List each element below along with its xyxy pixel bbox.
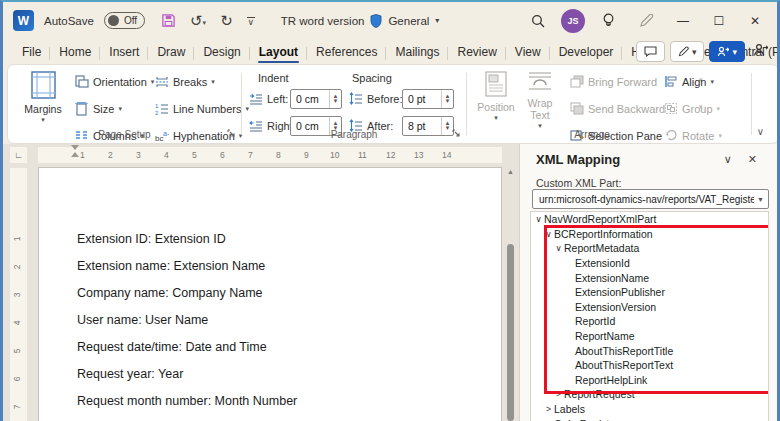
save-icon[interactable] — [161, 13, 176, 28]
ruler-tick: 5 — [192, 150, 197, 160]
ribbon: Margins ▾ Orientation▾ Size▾ Columns▾ Br… — [7, 64, 779, 144]
paragraph-dialog-launcher[interactable] — [452, 129, 460, 139]
ink-pen-icon[interactable] — [631, 8, 661, 34]
tree-item-extensionname[interactable]: ExtensionName — [531, 270, 768, 285]
sensitivity-shield-icon — [370, 14, 382, 28]
breaks-button[interactable]: Breaks▾ — [154, 74, 215, 89]
indent-marker[interactable] — [71, 145, 80, 159]
margins-icon — [20, 71, 66, 101]
spinner-arrows[interactable]: ▲▼ — [441, 90, 453, 108]
tree-item-reportid[interactable]: ReportId — [531, 314, 768, 329]
tree-item-extensionversion[interactable]: ExtensionVersion — [531, 300, 768, 315]
tab-draw[interactable]: Draw — [148, 42, 194, 62]
tab-stop-selector[interactable]: ∟ — [10, 147, 27, 163]
pane-close-icon[interactable]: ✕ — [740, 153, 765, 166]
orientation-button[interactable]: Orientation▾ — [74, 74, 154, 89]
tab-references[interactable]: References — [307, 42, 386, 62]
doc-line[interactable]: User name: User Name — [77, 313, 208, 327]
tree-item-reportmetadata[interactable]: ∨ReportMetadata — [531, 241, 768, 256]
doc-line[interactable]: Company name: Company Name — [77, 286, 263, 300]
comments-button[interactable] — [636, 41, 665, 62]
tab-review[interactable]: Review — [448, 42, 505, 62]
pane-collapse-icon[interactable]: ∨ — [716, 153, 740, 166]
undo-button[interactable]: ↺▾ — [190, 13, 206, 28]
collapse-ribbon-icon[interactable]: ∨ — [757, 126, 764, 137]
tree-item-reportrequest[interactable]: >ReportRequest — [531, 387, 768, 402]
ruler-tick: 2 — [108, 150, 113, 160]
word-window: W AutoSave Off ↺▾ ↻ ∨ TR word version Ge… — [0, 0, 780, 421]
tree-item-aboutthisreporttitle[interactable]: AboutThisReportTitle — [531, 343, 768, 358]
ruler-tick: 7 — [248, 150, 253, 160]
tree-item-g-l-register[interactable]: >G_L_Register — [531, 416, 768, 421]
horizontal-ruler[interactable]: 1 2 3 4 5 6 7 8 9 10 11 12 13 14 — [38, 147, 502, 163]
autosave-toggle[interactable]: Off — [104, 12, 145, 29]
close-button[interactable]: ✕ — [741, 14, 769, 28]
doc-line[interactable]: Request date/time: Date and Time — [77, 340, 267, 354]
spacing-before-icon — [348, 91, 363, 106]
quick-access-overflow-button[interactable]: ∨ — [247, 17, 255, 24]
ruler-tick: 10 — [330, 150, 339, 160]
line-numbers-icon: 12 — [154, 101, 169, 116]
minimize-button[interactable]: — — [669, 14, 697, 28]
document-page[interactable]: Extension ID: Extension ID Extension nam… — [38, 167, 502, 421]
tree-item-reporthelplink[interactable]: ReportHelpLink — [531, 373, 768, 388]
tab-layout[interactable]: Layout — [250, 42, 307, 62]
align-button[interactable]: Align▾ — [663, 74, 714, 89]
toggle-knob-icon — [108, 15, 119, 26]
tab-design[interactable]: Design — [194, 42, 249, 62]
maximize-button[interactable]: ☐ — [705, 14, 733, 28]
editing-mode-button[interactable]: ▾ — [670, 41, 705, 62]
tab-mailings[interactable]: Mailings — [386, 42, 448, 62]
spacing-before-input[interactable]: 0 pt ▲▼ — [402, 89, 454, 109]
tree-item-navwordreportxmlpart[interactable]: ∨NavWordReportXmlPart — [531, 212, 768, 227]
send-backward-button: Send Backward — [569, 101, 665, 116]
sensitivity-chevron-icon: ▾ — [435, 16, 439, 25]
tree-item-aboutthisreporttext[interactable]: AboutThisReportText — [531, 358, 768, 373]
indent-left-input[interactable]: 0 cm ▲▼ — [290, 89, 342, 109]
doc-line[interactable]: Request month number: Month Number — [77, 394, 297, 408]
group-label-page-setup: Page Setup — [8, 129, 241, 140]
orientation-icon — [74, 74, 89, 89]
tab-insert[interactable]: Insert — [100, 42, 148, 62]
ruler-tick: 9 — [304, 150, 309, 160]
tab-view[interactable]: View — [506, 42, 550, 62]
document-scrollbar[interactable]: ▲ — [506, 166, 515, 421]
size-button[interactable]: Size▾ — [74, 101, 122, 116]
line-numbers-button[interactable]: 12 Line Numbers▾ — [154, 101, 249, 116]
redo-button[interactable]: ↻ — [220, 13, 233, 28]
tab-home[interactable]: Home — [50, 42, 100, 62]
ruler-tick: 7 — [12, 405, 22, 410]
size-icon — [74, 101, 89, 116]
tree-item-reportname[interactable]: ReportName — [531, 329, 768, 344]
doc-line[interactable]: Extension ID: Extension ID — [77, 232, 226, 246]
share-button[interactable]: ▾ — [709, 41, 745, 62]
ruler-tick: 14 — [442, 150, 451, 160]
group-arrange: Position ▾ Wrap Text ▾ Bring Forward ▾ S… — [467, 65, 752, 143]
doc-line[interactable]: Request year: Year — [77, 367, 183, 381]
scrollbar-thumb[interactable] — [507, 244, 514, 421]
ruler-tick: 8 — [276, 150, 281, 160]
vertical-ruler[interactable]: 1 2 3 4 5 6 7 — [10, 168, 27, 421]
sensitivity-label[interactable]: General — [388, 15, 429, 27]
user-avatar[interactable]: JS — [561, 9, 585, 33]
search-icon[interactable] — [523, 8, 553, 34]
lightbulb-icon[interactable] — [593, 8, 623, 34]
ruler-tick: 4 — [164, 150, 169, 160]
presenter-icon[interactable] — [750, 43, 771, 61]
tree-item-extensionpublisher[interactable]: ExtensionPublisher — [531, 285, 768, 300]
tab-file[interactable]: File — [13, 42, 50, 62]
tree-item-bcreportinformation[interactable]: ∨BCReportInformation — [531, 227, 768, 242]
tree-item-extensionid[interactable]: ExtensionId — [531, 256, 768, 271]
custom-xml-part-dropdown[interactable]: urn:microsoft-dynamics-nav/reports/VAT_R… — [532, 189, 769, 209]
doc-line[interactable]: Extension name: Extension Name — [77, 259, 265, 273]
group-page-setup: Margins ▾ Orientation▾ Size▾ Columns▾ Br… — [8, 65, 241, 143]
tab-developer[interactable]: Developer — [550, 42, 623, 62]
tree-item-labels[interactable]: >Labels — [531, 402, 768, 417]
spinner-arrows[interactable]: ▲▼ — [329, 90, 341, 108]
indent-left-row: Left: — [248, 91, 288, 106]
wrap-text-icon — [519, 71, 561, 95]
margins-button[interactable]: Margins ▾ — [20, 71, 66, 124]
scroll-up-icon[interactable]: ▲ — [506, 168, 515, 175]
position-icon — [475, 71, 517, 99]
page-setup-dialog-launcher[interactable] — [227, 129, 235, 139]
